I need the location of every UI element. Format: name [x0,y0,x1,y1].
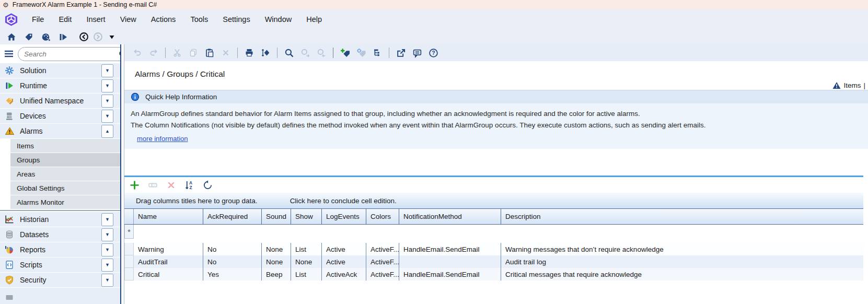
sidebar-item-alarms-areas[interactable]: Areas [10,167,120,181]
cell-ackrequired[interactable]: Yes [203,268,262,280]
sidebar-item-unified-namespace[interactable]: Unified Namespace ▼ [0,93,120,108]
tree-view-icon[interactable] [372,47,383,59]
solution-dropdown[interactable]: ▼ [101,64,113,77]
cell-logevents[interactable]: Active [322,255,366,268]
sidebar-item-security[interactable]: Security ▼ [0,273,120,287]
cell-show[interactable]: List [291,243,322,255]
add-tag-icon[interactable] [339,47,351,59]
column-header-colors[interactable]: Colors [366,209,399,224]
grid-group-band[interactable]: Drag columns titles here to group data. … [124,193,863,209]
help-icon[interactable]: ? [427,47,439,59]
paste-icon[interactable] [204,47,215,59]
table-row[interactable]: AuditTrailNoNoneNoneActiveActiveF...Audi… [124,255,863,268]
open-external-icon[interactable] [395,47,407,59]
column-header-notificationmethod[interactable]: NotificationMethod [399,209,501,224]
cell-show[interactable]: List [291,268,322,280]
sidebar-item-partial[interactable] [0,288,120,304]
search-box[interactable] [18,47,120,61]
sort-az-icon[interactable]: AZ [183,179,195,191]
sidebar-item-datasets[interactable]: Datasets ▼ [0,227,120,242]
history-icon[interactable] [202,179,213,191]
unified-namespace-dropdown[interactable]: ▼ [101,95,113,108]
feedback-icon[interactable] [411,47,423,59]
duplicate-row-icon[interactable] [147,179,158,191]
hamburger-menu-icon[interactable] [4,50,14,57]
alarms-collapse[interactable]: ▲ [101,125,113,138]
cell-ackrequired[interactable]: No [203,243,262,255]
redo-icon[interactable] [148,47,159,59]
delete-icon[interactable] [220,47,232,59]
cell-logevents[interactable]: ActiveAck [322,268,366,280]
navigate-dropdown-icon[interactable] [107,32,117,42]
edit-hint[interactable]: Click here to conclude cell edition. [290,197,397,205]
navigate-back-icon[interactable] [78,32,89,42]
navigate-forward-icon[interactable] [92,32,103,42]
table-row[interactable]: CriticalYesBeepListActiveAckActiveF...Ha… [124,268,863,280]
row-selector[interactable] [124,255,134,268]
new-row[interactable]: * [124,225,863,239]
row-selector[interactable] [124,243,134,255]
sidebar-item-historian[interactable]: Historian ▼ [0,212,120,227]
menu-tools[interactable]: Tools [183,15,215,24]
new-row-marker[interactable]: * [124,225,134,239]
home-icon[interactable] [6,32,17,42]
cell-sound[interactable]: Beep [262,268,291,280]
column-header-logevents[interactable]: LogEvents [322,209,366,224]
cell-name[interactable]: Warning [134,243,203,255]
print-icon[interactable] [244,47,255,59]
cell-description[interactable]: Audit trail log [501,255,863,268]
tag-icon[interactable] [24,32,34,42]
run-icon[interactable] [58,32,68,42]
historian-dropdown[interactable]: ▼ [101,213,113,226]
cell-description[interactable]: Warning messages that don’t require ackn… [501,243,863,255]
sort-format-icon[interactable] [260,47,271,59]
cut-icon[interactable] [171,47,183,59]
menu-edit[interactable]: Edit [51,15,79,24]
cell-logevents[interactable]: Active [322,243,366,255]
sidebar-item-alarms[interactable]: Alarms ▲ [0,124,120,138]
copy-icon[interactable] [188,47,199,59]
cell-colors[interactable]: ActiveF... [366,243,399,255]
sidebar-item-alarms-monitor[interactable]: Alarms Monitor [10,195,120,209]
menu-settings[interactable]: Settings [215,15,257,24]
security-dropdown[interactable]: ▼ [101,274,113,287]
more-information-link[interactable]: more information [137,135,188,143]
sidebar-item-scripts[interactable]: Scripts ▼ [0,258,120,272]
sidebar-item-alarms-items[interactable]: Items [10,139,120,153]
cell-colors[interactable]: ActiveF... [366,268,399,280]
devices-dropdown[interactable]: ▼ [101,110,113,123]
cell-name[interactable]: AuditTrail [134,255,203,268]
delete-row-icon[interactable] [165,179,177,191]
tag-settings-icon[interactable] [355,47,367,59]
zoom-next-icon[interactable] [299,47,311,59]
add-row-icon[interactable] [129,179,140,191]
cell-notificationmethod[interactable]: HandleEmail.SendEmail [399,243,501,255]
cell-colors[interactable]: ActiveF... [366,255,399,268]
cell-name[interactable]: Critical [134,268,203,280]
menu-file[interactable]: File [25,15,51,24]
cell-sound[interactable]: None [262,243,291,255]
draw-icon[interactable] [41,32,51,42]
sidebar-item-runtime[interactable]: Runtime ▼ [0,78,120,93]
sidebar-splitter[interactable] [120,44,124,304]
sidebar-item-reports[interactable]: Reports ▼ [0,242,120,257]
cell-sound[interactable]: None [262,255,291,268]
column-header-sound[interactable]: Sound [262,209,291,224]
menu-insert[interactable]: Insert [79,15,112,24]
datasets-dropdown[interactable]: ▼ [101,228,113,241]
reports-dropdown[interactable]: ▼ [101,243,113,256]
cell-ackrequired[interactable]: No [203,255,262,268]
table-row[interactable]: WarningNoNoneListActiveActiveF...HandleE… [124,243,863,255]
column-header-show[interactable]: Show [291,209,322,224]
menu-window[interactable]: Window [258,15,299,24]
zoom-previous-icon[interactable] [316,47,327,59]
search-input[interactable] [23,50,119,59]
menu-view[interactable]: View [113,15,144,24]
row-selector[interactable] [124,268,134,280]
column-header-description[interactable]: Description [501,209,863,224]
zoom-icon[interactable] [283,47,295,59]
scripts-dropdown[interactable]: ▼ [101,259,113,272]
cell-notificationmethod[interactable] [399,255,501,268]
column-header-name[interactable]: Name [134,209,203,224]
menu-help[interactable]: Help [299,15,329,24]
